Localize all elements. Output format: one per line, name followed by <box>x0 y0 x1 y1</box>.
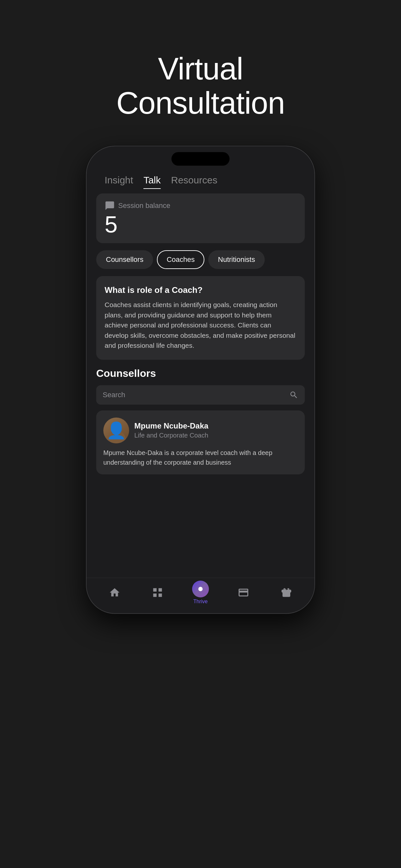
nav-item-thrive[interactable]: Thrive <box>188 581 213 604</box>
counsellor-desc: Mpume Ncube-Daka is a corporate level co… <box>103 448 298 467</box>
card-icon <box>238 587 249 598</box>
info-card-title: What is role of a Coach? <box>104 285 297 295</box>
nav-item-home[interactable] <box>102 587 127 598</box>
counsellor-info: Mpume Ncube-Daka Life and Corporate Coac… <box>134 422 208 439</box>
info-card: What is role of a Coach? Coaches assist … <box>96 276 305 360</box>
session-balance-card: Session balance 5 <box>96 193 305 243</box>
pill-nutritionists[interactable]: Nutritionists <box>208 250 265 269</box>
counsellor-header: Mpume Ncube-Daka Life and Corporate Coac… <box>103 417 298 443</box>
scroll-content: Session balance 5 Counsellors Coaches Nu… <box>87 193 314 578</box>
session-balance-header: Session balance <box>104 200 297 211</box>
tab-insight[interactable]: Insight <box>99 172 138 188</box>
tab-resources[interactable]: Resources <box>166 172 222 188</box>
session-balance-number: 5 <box>104 213 297 236</box>
avatar <box>103 417 129 443</box>
nav-item-grid[interactable] <box>145 587 171 598</box>
screen: Insight Talk Resources Session <box>87 146 314 613</box>
tab-talk[interactable]: Talk <box>138 172 166 188</box>
page-title: Virtual Consultation <box>116 52 285 120</box>
gift-icon <box>281 587 292 598</box>
search-placeholder: Search <box>103 391 285 399</box>
phone-frame: Insight Talk Resources Session <box>86 146 315 614</box>
page-background: Virtual Consultation Insight Talk Resour… <box>0 0 401 868</box>
counsellor-card[interactable]: Mpume Ncube-Daka Life and Corporate Coac… <box>96 410 305 474</box>
pill-coaches[interactable]: Coaches <box>157 250 204 269</box>
grid-icon <box>152 587 163 598</box>
counsellor-role: Life and Corporate Coach <box>134 432 208 439</box>
counsellor-name: Mpume Ncube-Daka <box>134 422 208 430</box>
nav-item-gift[interactable] <box>274 587 299 598</box>
nav-item-card[interactable] <box>230 587 256 598</box>
pill-counsellors[interactable]: Counsellors <box>96 250 153 269</box>
thrive-icon <box>195 584 206 594</box>
svg-point-0 <box>198 587 203 591</box>
page-title-area: Virtual Consultation <box>116 52 285 120</box>
thrive-icon-wrapper <box>192 581 209 597</box>
bottom-nav: Thrive <box>87 578 314 613</box>
chat-icon <box>104 200 115 211</box>
home-icon <box>109 587 120 598</box>
counsellors-section-title: Counsellors <box>96 368 305 379</box>
search-bar[interactable]: Search <box>96 385 305 405</box>
search-icon <box>289 391 298 399</box>
dynamic-island <box>172 152 229 166</box>
category-pills: Counsellors Coaches Nutritionists <box>96 249 305 270</box>
session-balance-label: Session balance <box>118 202 170 210</box>
thrive-label: Thrive <box>193 599 208 604</box>
info-card-body: Coaches assist clients in identifying go… <box>104 300 297 351</box>
